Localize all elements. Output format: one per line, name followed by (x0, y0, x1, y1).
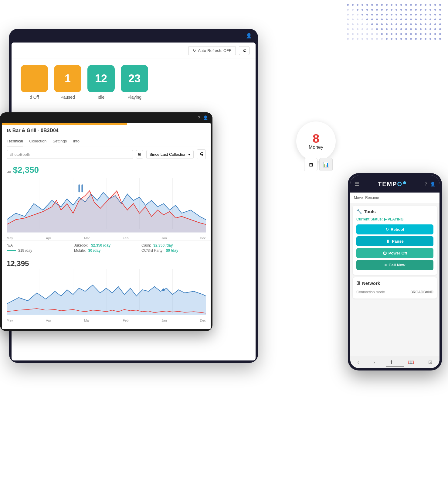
network-label: Network (362, 281, 380, 286)
stat-day: $19 /day (7, 248, 71, 253)
connection-mode-value: BROADBAND (410, 290, 433, 294)
tools-section: 🔧 Tools Current Status: ▶ PLAYING ↻ Rebo… (353, 206, 437, 275)
user-icon-mobile[interactable]: 👤 (430, 182, 435, 186)
status-card-paused: 1 Paused (54, 65, 81, 100)
reboot-label: Reboot (391, 227, 404, 232)
view-toggle-group: ⊞ 📊 (304, 158, 333, 171)
mobile-logo-container: TEMP O (378, 181, 406, 188)
reboot-icon: ↻ (385, 227, 389, 232)
x-label-mar: Mar (84, 236, 90, 240)
status-card-label-playing: Playing (127, 95, 141, 100)
revenue-prefix: ue (7, 169, 11, 174)
wrench-icon: 🔧 (356, 209, 362, 214)
tab-info[interactable]: Info (73, 136, 80, 146)
pause-button[interactable]: ⏸ Pause (356, 236, 433, 246)
x-label-jan: Jan (161, 236, 167, 240)
print-button[interactable]: 🖨 (239, 46, 249, 55)
money-label: Money (309, 145, 323, 150)
stat-col-right: Jukebox: $2,350 /day Mobile: $0 /day (74, 243, 138, 254)
network-icon: ⊞ (356, 280, 360, 286)
second-revenue-section: 12,395 (2, 256, 211, 269)
tab-collection[interactable]: Collection (29, 136, 46, 146)
device-overlay: ? 👤 ts Bar & Grill - 0B3D04 Technical Co… (0, 112, 212, 331)
print-icon: 🖨 (242, 48, 246, 53)
money-badge: 8 Money (296, 121, 336, 161)
bookmarks-button[interactable]: 📖 (408, 359, 414, 365)
x-label-may: May (7, 236, 13, 240)
power-off-button[interactable]: ⏻ Power Off (356, 248, 433, 258)
x-label-mar-2: Mar (84, 319, 90, 322)
svg-rect-5 (79, 184, 80, 192)
stats-row: N/A $19 /day Jukebox: $2,350 /day Mobile… (2, 241, 211, 256)
move-action[interactable]: Move (354, 196, 363, 200)
device-screen: ts Bar & Grill - 0B3D04 Technical Collec… (2, 123, 211, 329)
chart-view-button[interactable]: 📊 (319, 158, 333, 171)
status-playing-value: PLAYING (388, 217, 403, 221)
mobile-content: Move Rename 🔧 Tools Current Status: ▶ PL… (350, 193, 440, 356)
auto-refresh-label: Auto-Refresh: OFF (198, 48, 231, 53)
reboot-button[interactable]: ↻ Reboot (356, 224, 433, 234)
auto-refresh-button[interactable]: ↻ Auto-Refresh: OFF (188, 46, 236, 55)
x-label-feb: Feb (123, 236, 129, 240)
status-card-playing: 23 Playing (121, 65, 148, 100)
call-now-button[interactable]: ≡ Call Now (356, 260, 433, 270)
rename-action[interactable]: Rename (365, 196, 379, 200)
revenue-value: $2,350 (13, 165, 39, 175)
connection-mode-label: Connection mode (356, 290, 385, 294)
chart-x-labels-bottom: May Apr Mar Feb Jan Dec (2, 318, 211, 323)
status-card-idle: 12 Idle (87, 65, 115, 100)
money-number: 8 (313, 132, 319, 145)
stat-cash-value: $2,350 /day (153, 243, 173, 248)
stat-cc-value: $0 /day (166, 248, 178, 253)
period-dropdown[interactable]: Since Last Collection ▾ (146, 150, 194, 159)
help-icon: ? (198, 115, 200, 120)
current-status-row: Current Status: ▶ PLAYING (356, 217, 433, 221)
svg-rect-6 (81, 184, 83, 192)
help-icon-mobile[interactable]: ? (425, 182, 427, 186)
mobile-header: ☰ TEMP O ? 👤 (350, 176, 440, 193)
filter-print-button[interactable]: 🖨 (197, 149, 206, 159)
stat-mobile-label: Mobile: (74, 248, 86, 253)
forward-button[interactable]: › (374, 360, 375, 365)
status-card-number-playing: 23 (121, 65, 148, 92)
grid-view-toggle[interactable]: ⊞ (136, 150, 143, 159)
status-card-number-turnedoff (21, 65, 48, 92)
x-label-may-2: May (7, 319, 13, 322)
stat-day-value: $19 /day (18, 248, 32, 253)
call-icon: ≡ (385, 263, 387, 267)
connection-mode-row: Connection mode BROADBAND (356, 289, 433, 295)
stat-col-far-right: Cash: $2,350 /day CC/3rd Party: $0 /day (141, 243, 206, 254)
dot-pattern-decoration (346, 3, 442, 41)
network-section-title: ⊞ Network (356, 280, 433, 286)
pause-label: Pause (392, 239, 403, 244)
dashboard-header: ↻ Auto-Refresh: OFF 🖨 (12, 43, 256, 59)
x-label-feb-2: Feb (123, 319, 129, 322)
status-card-number-paused: 1 (54, 65, 81, 92)
mobile-device: ☰ TEMP O ? 👤 Move Rename 🔧 Tool (348, 173, 442, 370)
stat-jukebox: Jukebox: $2,350 /day (74, 243, 138, 248)
svg-point-12 (162, 288, 165, 291)
back-button[interactable]: ‹ (358, 360, 359, 365)
revenue-chart-1 (2, 178, 211, 236)
tabs-button[interactable]: ⊡ (428, 359, 432, 365)
hamburger-menu-icon[interactable]: ☰ (355, 181, 359, 187)
x-label-dec-2: Dec (200, 319, 206, 322)
tablet-user-icon: 👤 (246, 33, 252, 39)
search-input[interactable] (7, 150, 133, 159)
stat-mobile-value: $0 /day (88, 248, 101, 253)
home-indicator (386, 366, 404, 367)
status-card-label-turnedoff: d Off (30, 95, 39, 100)
device-title: ts Bar & Grill - 0B3D04 (2, 125, 211, 136)
tab-settings[interactable]: Settings (53, 136, 67, 146)
tools-section-title: 🔧 Tools (356, 209, 433, 214)
refresh-icon: ↻ (193, 48, 196, 53)
network-section: ⊞ Network Connection mode BROADBAND (353, 277, 437, 299)
table-view-button[interactable]: ⊞ (304, 158, 317, 171)
stat-jukebox-value: $2,350 /day (91, 243, 110, 248)
user-icon: 👤 (203, 115, 208, 120)
x-label-jan-2: Jan (161, 319, 167, 322)
call-now-label: Call Now (389, 263, 405, 267)
tab-technical[interactable]: Technical (7, 136, 23, 146)
mobile-logo-accent: O (397, 181, 403, 188)
share-button[interactable]: ⬆ (389, 359, 393, 365)
